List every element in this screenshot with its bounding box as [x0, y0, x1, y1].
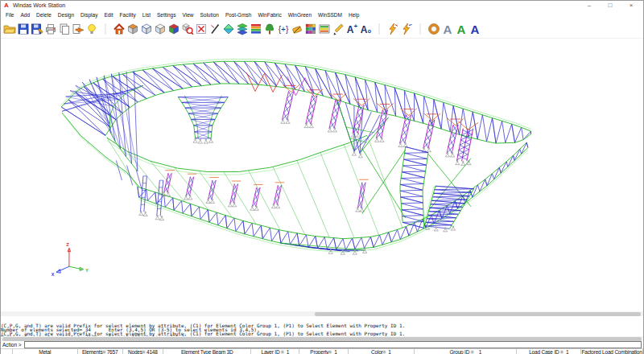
toolbar — [1, 20, 643, 39]
clear-view-icon[interactable] — [194, 22, 208, 36]
run-analysis-alt-icon[interactable] — [399, 22, 413, 36]
model-viewport[interactable]: Z X Y — [1, 39, 643, 311]
axis-x-label: X — [52, 272, 55, 277]
run-analysis-icon[interactable] — [386, 22, 399, 36]
console-scrollbar-top[interactable] — [1, 311, 643, 316]
console-scrollbar-bottom[interactable] — [1, 336, 643, 341]
menu-item[interactable]: Add — [17, 11, 33, 19]
braces-icon[interactable] — [276, 22, 290, 36]
menu-item[interactable]: Post-Gmsh — [222, 11, 255, 19]
font-decrease-icon[interactable] — [358, 22, 372, 36]
toolbar-separator — [98, 22, 112, 36]
menu-bar: FileAddDeleteDesignDisplayEditFacilityLi… — [1, 10, 643, 20]
menu-item[interactable]: WinGreen — [285, 11, 315, 19]
structural-model-canvas[interactable]: Z X Y — [1, 39, 643, 311]
iso-view-icon[interactable] — [126, 22, 139, 36]
close-icon[interactable]: × — [621, 2, 642, 9]
menu-item[interactable]: Solution — [196, 11, 222, 19]
scrollbar-thumb[interactable] — [2, 337, 642, 341]
zoom-view-icon[interactable] — [180, 22, 194, 36]
menu-item[interactable]: WinSSDM — [315, 11, 345, 19]
action-prompt-label: Action > — [2, 342, 22, 348]
axis-z-label: Z — [66, 242, 69, 247]
window-title: Windas Work Station — [13, 2, 579, 8]
axis-y-label: Y — [85, 268, 89, 273]
measure-slash-icon[interactable] — [208, 22, 221, 36]
palette-icon[interactable] — [303, 22, 317, 36]
toolbar-separator — [372, 22, 386, 36]
menu-item[interactable]: Edit — [101, 11, 116, 19]
toolbar-separator — [413, 22, 427, 36]
status-cell — [1, 349, 13, 354]
layers-icon[interactable] — [235, 22, 249, 36]
wire-view-icon[interactable] — [139, 22, 153, 36]
status-cell: Property= 1 — [299, 349, 348, 354]
maximize-icon[interactable]: □ — [600, 2, 621, 9]
minimize-icon[interactable]: – — [579, 2, 600, 9]
message-console: (C,P,G, and T) are valid Prefix for sele… — [1, 316, 643, 336]
status-bar: MetalElements= 7657Nodes= 4148Element Ty… — [1, 348, 643, 354]
print-icon[interactable] — [43, 22, 57, 36]
menu-item[interactable]: Delete — [33, 11, 55, 19]
menu-item[interactable]: List — [139, 11, 154, 19]
menu-item[interactable]: Facility — [117, 11, 139, 19]
menu-item[interactable]: File — [2, 11, 17, 19]
command-row: Action > — [1, 341, 643, 348]
app-icon: A — [3, 2, 10, 9]
export-icon[interactable] — [71, 22, 85, 36]
status-cell: Group ID = 1 — [415, 349, 517, 354]
menu-item[interactable]: View — [179, 11, 196, 19]
save-edit-icon[interactable] — [30, 22, 43, 36]
title-bar: A Windas Work Station – □ × — [1, 1, 643, 10]
menu-item[interactable]: Help — [345, 11, 362, 19]
target-ring-icon[interactable] — [427, 22, 440, 36]
save-icon[interactable] — [16, 22, 30, 36]
letter-a-steel-icon[interactable] — [440, 22, 454, 36]
open-icon[interactable] — [2, 22, 16, 36]
shaded-view-icon[interactable] — [153, 22, 167, 36]
scrollbar-thumb[interactable] — [315, 312, 641, 316]
menu-item[interactable]: Design — [55, 11, 77, 19]
status-cell: Factored Load Combination — [581, 349, 643, 354]
legend-flag-icon[interactable] — [317, 22, 331, 36]
status-cell: Metal — [13, 349, 78, 354]
menu-item[interactable]: WinFabric — [254, 11, 284, 19]
font-increase-icon[interactable] — [345, 22, 358, 36]
render-bulb-icon[interactable] — [85, 22, 98, 36]
status-cell: Nodes= 4148 — [123, 349, 163, 354]
copy-icon[interactable] — [57, 22, 71, 36]
app-window: A Windas Work Station – □ × FileAddDelet… — [0, 0, 644, 354]
home-view-icon[interactable] — [112, 22, 126, 36]
shade-diamond-icon[interactable] — [221, 22, 235, 36]
status-cell: Color= 1 — [349, 349, 415, 354]
menu-item[interactable]: Settings — [154, 11, 180, 19]
status-cell: Element Type Beam 3D — [163, 349, 251, 354]
command-input[interactable] — [24, 341, 642, 348]
status-cell: Elements= 7657 — [78, 349, 123, 354]
status-cell: Load Case ID = 1 — [517, 349, 581, 354]
menu-item[interactable]: Display — [77, 11, 101, 19]
truss-model — [56, 60, 530, 274]
letter-a-green-icon[interactable] — [454, 22, 468, 36]
tag-icon[interactable] — [290, 22, 303, 36]
pencil-icon[interactable] — [331, 22, 345, 36]
solid-view-icon[interactable] — [167, 22, 180, 36]
letter-a-blue-icon[interactable] — [468, 22, 481, 36]
color-bars-icon[interactable] — [249, 22, 262, 36]
tree-icon[interactable] — [262, 22, 276, 36]
status-cell: Layer ID = 1 — [251, 349, 299, 354]
